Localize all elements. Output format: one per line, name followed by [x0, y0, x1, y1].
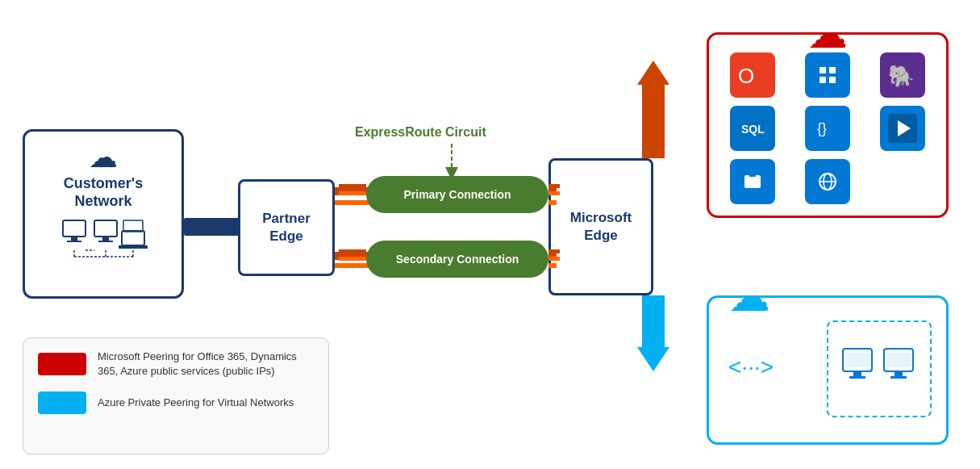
svg-rect-64	[886, 353, 911, 367]
azure-private-box: ☁ <···>	[707, 295, 949, 445]
svg-rect-25	[67, 241, 81, 242]
legend-red-text: Microsoft Peering for Office 365, Dynami…	[98, 350, 314, 379]
svg-marker-20	[637, 347, 669, 371]
svg-rect-42	[829, 77, 836, 83]
svg-rect-30	[119, 245, 148, 249]
svg-rect-63	[890, 376, 907, 379]
customer-network-box: ☁ Customer's Network	[23, 129, 184, 299]
svg-rect-27	[102, 237, 109, 241]
hdinsight-icon	[805, 52, 850, 98]
svg-text:{}: {}	[817, 120, 827, 136]
ms-cloud-icon: ☁	[807, 10, 848, 57]
svg-text:🐘: 🐘	[888, 63, 915, 89]
json-icon: {}	[805, 106, 850, 151]
svg-rect-60	[845, 353, 869, 367]
svg-rect-26	[94, 220, 117, 237]
microsoft-edge-label: Microsoft Edge	[570, 209, 632, 245]
partner-edge-box: Partner Edge	[238, 179, 335, 276]
svg-rect-58	[853, 371, 861, 376]
svg-rect-52	[749, 174, 756, 177]
expressroute-label: ExpressRoute Circuit	[355, 125, 486, 140]
svg-text:SQL: SQL	[741, 123, 765, 136]
media-icon	[880, 106, 925, 151]
ms-services-icons-grid: O 🐘 SQL	[719, 52, 936, 204]
svg-rect-29	[122, 231, 144, 245]
globe-icon	[805, 159, 850, 204]
svg-rect-9	[339, 184, 366, 188]
legend-item-red: Microsoft Peering for Office 365, Dynami…	[38, 350, 314, 379]
legend-box: Microsoft Peering for Office 365, Dynami…	[23, 337, 329, 454]
hadoop-icon: 🐘	[880, 52, 925, 98]
customer-cloud-icon: ☁	[89, 143, 118, 172]
svg-rect-39	[819, 67, 826, 73]
svg-rect-62	[895, 371, 903, 376]
svg-rect-40	[829, 67, 836, 73]
customer-network-label: Customer's Network	[64, 175, 143, 210]
partner-edge-label: Partner Edge	[262, 210, 311, 245]
primary-connection-pill: Primary Connection	[366, 176, 548, 213]
svg-rect-59	[849, 376, 865, 379]
legend-blue-rect	[38, 392, 86, 414]
svg-rect-31	[123, 220, 143, 232]
svg-marker-18	[637, 61, 669, 85]
svg-rect-3	[335, 200, 372, 205]
diagram: ☁ Customer's Network	[0, 0, 980, 469]
svg-rect-28	[98, 241, 113, 242]
svg-text:O: O	[738, 64, 754, 88]
package-icon	[730, 159, 775, 204]
azure-vm-icons	[839, 337, 920, 401]
secondary-connection-label: Secondary Connection	[396, 253, 519, 266]
svg-rect-51	[744, 175, 761, 188]
exchange-icon: <···>	[728, 354, 774, 380]
svg-rect-14	[339, 257, 366, 261]
azure-cloud-icon: ☁	[728, 272, 770, 320]
network-computers-icon	[59, 216, 148, 273]
microsoft-edge-box: Microsoft Edge	[548, 158, 653, 295]
microsoft-services-box: ☁ O 🐘	[707, 32, 949, 218]
svg-rect-10	[339, 191, 366, 195]
legend-blue-text: Azure Private Peering for Virtual Networ…	[98, 396, 294, 410]
empty-slot	[888, 167, 917, 196]
svg-rect-13	[339, 249, 366, 253]
svg-rect-23	[63, 220, 85, 237]
svg-rect-38	[816, 64, 839, 86]
office365-icon: O	[730, 52, 775, 98]
legend-red-rect	[38, 353, 86, 375]
azure-vnet-inner-box	[827, 320, 932, 417]
secondary-connection-pill: Secondary Connection	[366, 241, 548, 278]
sql-icon: SQL	[730, 106, 775, 151]
svg-rect-24	[71, 237, 77, 241]
svg-rect-41	[819, 77, 826, 83]
primary-connection-label: Primary Connection	[403, 188, 511, 201]
legend-item-blue: Azure Private Peering for Virtual Networ…	[38, 392, 314, 414]
svg-rect-0	[184, 218, 240, 236]
